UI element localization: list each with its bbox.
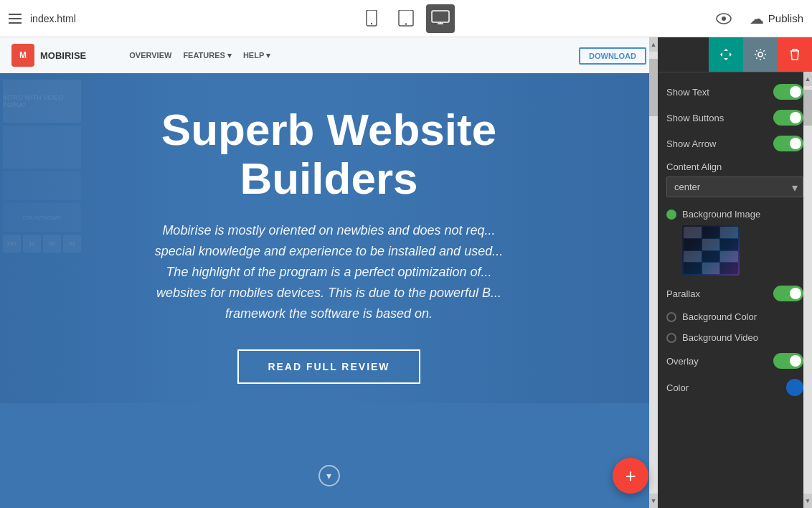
preview-logo-text: MOBIRISE (40, 50, 86, 61)
svg-rect-4 (432, 11, 449, 22)
preview-content: M MOBIRISE OVERVIEW FEATURES ▾ HELP ▾ DO… (0, 37, 658, 508)
panel-scroll-thumb[interactable] (803, 90, 812, 126)
color-swatch[interactable] (786, 379, 803, 396)
panel-content: Show Text Show Buttons Show Arrow Conten… (658, 72, 812, 508)
topbar-right: ☁ Publish (709, 4, 803, 33)
preview-download-btn: DOWNLOAD (579, 47, 646, 65)
content-align-label: Content Align (666, 161, 803, 172)
scroll-down-btn[interactable]: ▼ (649, 494, 658, 508)
nav-overview: OVERVIEW (129, 51, 171, 60)
fab-add-button[interactable]: + (613, 458, 648, 494)
move-button[interactable] (709, 37, 743, 72)
tc6 (720, 239, 738, 250)
bg-image-radio[interactable] (666, 210, 676, 220)
tc2 (702, 227, 720, 238)
svg-point-3 (405, 23, 407, 24)
tc8 (702, 251, 720, 263)
fab-icon: + (625, 465, 636, 487)
mobile-device-btn[interactable] (357, 4, 386, 33)
preview-nav-links: OVERVIEW FEATURES ▾ HELP ▾ (129, 51, 270, 60)
tc5 (702, 239, 720, 250)
overlay-label: Overlay (666, 356, 699, 367)
preview-nav-cta: DOWNLOAD (579, 49, 646, 62)
show-text-toggle[interactable] (773, 84, 803, 100)
bg-thumbnail-inner (682, 225, 740, 276)
nav-features: FEATURES ▾ (183, 51, 232, 60)
svg-point-1 (371, 22, 372, 24)
show-arrow-row: Show Arrow (666, 136, 803, 151)
topbar: index.html ☁ Publish (0, 0, 812, 37)
bg-video-radio[interactable] (666, 333, 676, 343)
hero-title: Superb WebsiteBuilders (49, 105, 609, 203)
panel-scroll-up[interactable]: ▲ (803, 72, 812, 86)
background-video-row: Background Video (666, 332, 803, 343)
show-buttons-label: Show Buttons (666, 113, 724, 123)
content-align-select-wrapper: left center right (666, 177, 803, 197)
hero-description: Mobirise is mostly oriented on newbies a… (49, 220, 609, 324)
show-buttons-row: Show Buttons (666, 110, 803, 126)
hero-cta-button[interactable]: READ FULL REVIEW (237, 349, 420, 384)
show-arrow-toggle[interactable] (773, 136, 803, 151)
bg-color-label: Background Color (682, 311, 757, 322)
preview-navbar: M MOBIRISE OVERVIEW FEATURES ▾ HELP ▾ DO… (0, 37, 658, 73)
overlay-toggle[interactable] (773, 353, 803, 369)
background-image-row: Background Image (666, 209, 803, 276)
tc10 (684, 263, 702, 274)
hero-arrow-down[interactable]: ▾ (318, 465, 340, 486)
show-arrow-label: Show Arrow (666, 138, 716, 149)
hamburger-menu[interactable] (9, 14, 22, 24)
cloud-icon: ☁ (750, 10, 764, 27)
tc11 (702, 263, 720, 274)
bg-color-radio[interactable] (666, 312, 676, 322)
color-row: Color (666, 379, 803, 396)
show-buttons-toggle[interactable] (773, 110, 803, 126)
canvas: M MOBIRISE OVERVIEW FEATURES ▾ HELP ▾ DO… (0, 37, 658, 508)
tc4 (684, 239, 702, 250)
scroll-thumb[interactable] (649, 59, 658, 116)
panel-scrollbar[interactable]: ▲ ▼ (803, 72, 812, 508)
bg-image-thumbnail[interactable] (682, 225, 740, 276)
tablet-device-btn[interactable] (392, 4, 420, 33)
publish-label: Publish (768, 12, 803, 24)
preview-logo-icon: M (11, 44, 34, 67)
show-text-label: Show Text (666, 87, 709, 98)
tc7 (684, 251, 702, 263)
canvas-scrollbar[interactable]: ▲ ▼ (649, 37, 658, 508)
panel-scroll-track (803, 86, 812, 494)
background-image-header: Background Image (666, 209, 803, 220)
panel-toolbar (658, 37, 812, 72)
overlay-row: Overlay (666, 353, 803, 369)
device-switcher (357, 4, 455, 33)
delete-button[interactable] (778, 37, 812, 72)
svg-point-7 (758, 52, 763, 57)
tc1 (684, 227, 702, 238)
file-name: index.html (30, 13, 76, 24)
preview-logo: M MOBIRISE (11, 44, 86, 67)
color-label: Color (666, 382, 689, 393)
parallax-row: Parallax (666, 286, 803, 301)
hero-content: Superb WebsiteBuilders Mobirise is mostl… (49, 105, 609, 384)
publish-button[interactable]: ☁ Publish (750, 10, 803, 27)
tc3 (720, 227, 738, 238)
nav-help: HELP ▾ (243, 51, 270, 60)
bg-image-label: Background Image (682, 209, 760, 220)
scroll-track (649, 52, 658, 494)
panel-scroll-down[interactable]: ▼ (803, 494, 812, 508)
bg-video-label: Background Video (682, 332, 758, 343)
settings-button[interactable] (743, 37, 778, 72)
content-align-row: Content Align left center right (666, 161, 803, 197)
parallax-toggle[interactable] (773, 286, 803, 301)
background-color-row: Background Color (666, 311, 803, 322)
right-panel: Show Text Show Buttons Show Arrow Conten… (658, 37, 812, 508)
desktop-device-btn[interactable] (426, 4, 455, 33)
main-area: M MOBIRISE OVERVIEW FEATURES ▾ HELP ▾ DO… (0, 37, 812, 508)
tc9 (720, 251, 738, 263)
tc12 (720, 263, 738, 274)
svg-point-6 (722, 17, 726, 21)
show-text-row: Show Text (666, 84, 803, 100)
parallax-label: Parallax (666, 288, 700, 299)
content-align-select[interactable]: left center right (666, 177, 803, 197)
preview-btn[interactable] (709, 4, 738, 33)
scroll-up-btn[interactable]: ▲ (649, 37, 658, 52)
